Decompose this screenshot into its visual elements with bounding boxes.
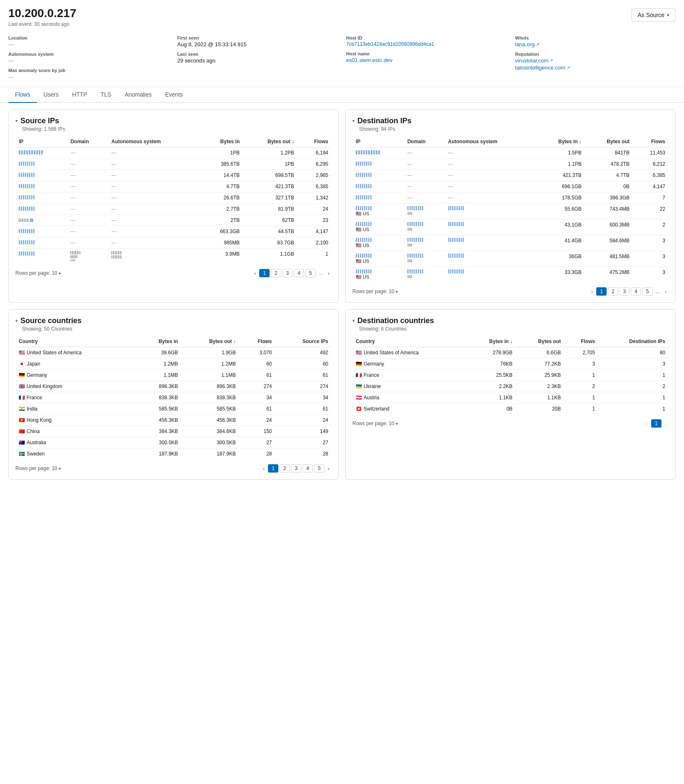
page-btn-5[interactable]: 5 [314, 464, 325, 473]
max-anomaly-label: Max anomaly score by job [8, 68, 169, 73]
source-countries-panel: ▾ Source countries Showing: 50 Countries… [8, 309, 339, 480]
page-btn-5[interactable]: 5 [305, 269, 316, 277]
ips-row: ▾ Source IPs Showing: 1,588 IPs IP Domai… [8, 110, 676, 303]
max-anomaly-value: — [8, 74, 169, 80]
page-btn-4[interactable]: 4 [302, 464, 313, 473]
col-bytes-out: Bytes out [585, 136, 633, 147]
next-page-btn[interactable]: › [326, 269, 332, 277]
table-row: ——421.3TB4.7TB6,385 [352, 170, 669, 181]
table-row: ——1.5PB841TB11,453 [352, 147, 669, 159]
page-btn-2[interactable]: 2 [280, 464, 290, 473]
dest-ips-collapse-icon[interactable]: ▾ [352, 118, 355, 124]
source-ips-collapse-icon[interactable]: ▾ [15, 118, 18, 124]
table-row: 🇫🇷France 838.3KB 838.3KB 34 34 [15, 392, 332, 403]
source-ips-subtitle: Showing: 1,588 IPs [22, 126, 332, 132]
next-page-btn[interactable]: › [663, 420, 669, 428]
col-flows: Flows [633, 136, 669, 147]
tab-tls[interactable]: TLS [94, 87, 118, 103]
next-page-btn[interactable]: › [326, 465, 332, 473]
col-domain: Domain [67, 136, 108, 147]
page-btn-3[interactable]: 3 [291, 464, 302, 473]
table-row: 🇺🇸United States of America 278.9GB 6.6GB… [352, 347, 669, 358]
tab-flows[interactable]: Flows [8, 87, 37, 103]
source-countries-subtitle: Showing: 50 Countries [22, 326, 332, 332]
col-ip: IP [352, 136, 404, 147]
tab-events[interactable]: Events [159, 87, 190, 103]
prev-page-btn[interactable]: ‹ [644, 420, 650, 428]
col-bytes-in[interactable]: Bytes in ↓ [536, 136, 585, 147]
ellipsis: … [317, 270, 325, 276]
first-seen-label: First seen [177, 35, 338, 40]
dest-ips-title: Destination IPs [357, 117, 411, 125]
table-row: ——385.6TB1PB6,295 [15, 159, 332, 170]
col-country: Country [352, 336, 467, 347]
table-row: 🇸🇪Sweden 187.9KB 187.9KB 28 28 [15, 448, 332, 460]
tab-anomalies[interactable]: Anomalies [118, 87, 158, 103]
col-bytes-out[interactable]: Bytes out ↓ [243, 136, 297, 147]
last-event: Last event: 30 seconds ago [8, 21, 77, 27]
ellipsis: … [654, 289, 662, 294]
table-row: 🇺🇸 US 36GB481.5MB3 [352, 251, 669, 267]
tab-http[interactable]: HTTP [65, 87, 94, 103]
table-row: ——26.6TB327.1TB1,342 [15, 192, 332, 204]
rows-per-page[interactable]: Rows per page: 10 ▾ [15, 465, 61, 471]
prev-page-btn[interactable]: ‹ [261, 465, 267, 473]
dest-countries-collapse-icon[interactable]: ▾ [352, 318, 355, 324]
prev-page-btn[interactable]: ‹ [252, 269, 258, 277]
table-row: 🇮🇳India 585.5KB 585.5KB 61 61 [15, 403, 332, 415]
host-name-value[interactable]: es01.siem.estc.dev [346, 57, 507, 63]
col-ip: IP [15, 136, 67, 147]
page-btn-1[interactable]: 1 [259, 269, 270, 277]
next-page-btn[interactable]: › [663, 288, 669, 296]
source-ips-title: Source IPs [20, 117, 59, 125]
page-btn-1[interactable]: 1 [651, 419, 662, 428]
page-btn-3[interactable]: 3 [620, 287, 630, 296]
first-seen-value: Aug 8, 2022 @ 15:33:14.915 [177, 41, 338, 47]
chevron-down-icon: ▾ [396, 421, 398, 426]
table-row: 🇭🇰Hong Kong 456.3KB 456.3KB 24 24 [15, 415, 332, 426]
source-countries-collapse-icon[interactable]: ▾ [15, 318, 18, 324]
table-row: ——14.4TB698.5TB2,965 [15, 170, 332, 181]
page-btn-1[interactable]: 1 [268, 464, 278, 473]
prev-page-btn[interactable]: ‹ [589, 288, 595, 296]
table-row: 🇫🇷France 25.5KB 25.9KB 1 1 [352, 370, 669, 381]
source-ips-table: IP Domain Autonomous system Bytes in Byt… [15, 136, 332, 264]
chevron-down-icon: ▾ [667, 12, 669, 18]
page-title: 10.200.0.217 [8, 7, 77, 20]
meta-section: Location — Autonomous system — Max anoma… [0, 30, 684, 87]
col-domain: Domain [404, 136, 445, 147]
page-btn-2[interactable]: 2 [608, 287, 618, 296]
autonomous-system-value: — [8, 57, 169, 64]
source-dropdown[interactable]: As Source ▾ [631, 8, 676, 22]
reputation-virustotal[interactable]: virustotal.com ↗ , [515, 57, 676, 64]
host-name-label: Host name [346, 51, 507, 56]
table-row: ——1.1PB478.2TB6,212 [352, 159, 669, 170]
chevron-down-icon: ▾ [59, 271, 61, 276]
page-btn-4[interactable]: 4 [294, 269, 304, 277]
external-link-icon: ↗ [536, 42, 539, 47]
whois-value[interactable]: iana.org ↗ [515, 41, 676, 47]
page-btn-3[interactable]: 3 [283, 269, 293, 277]
col-bytes-in[interactable]: Bytes in ↓ [467, 336, 516, 347]
rows-per-page[interactable]: Rows per page: 10 ▾ [352, 289, 398, 294]
source-countries-table: Country Bytes in Bytes out ↓ Flows Sourc… [15, 336, 332, 459]
host-id-value[interactable]: 7cb7113eb1424ac91d20560996dd4ca1 [346, 41, 507, 47]
page-btn-1[interactable]: 1 [596, 287, 607, 296]
reputation-talos[interactable]: talosintelligence.com ↗ [515, 65, 676, 71]
last-seen-label: Last seen [177, 52, 338, 57]
source-countries-title: Source countries [20, 316, 82, 325]
source-ips-panel: ▾ Source IPs Showing: 1,588 IPs IP Domai… [8, 110, 339, 303]
rows-per-page[interactable]: Rows per page: 10 ▾ [352, 421, 398, 426]
table-row: 🇩🇪Germany 1.1MB 1.1MB 61 61 [15, 370, 332, 381]
tabs-bar: Flows Users HTTP TLS Anomalies Events [0, 87, 684, 103]
autonomous-system-label: Autonomous system [8, 52, 169, 57]
table-row: 🇬🇧United Kingdom 896.3KB 896.3KB 274 274 [15, 381, 332, 392]
col-bytes-out[interactable]: Bytes out ↓ [181, 336, 239, 347]
page-btn-2[interactable]: 2 [271, 269, 281, 277]
page-btn-5[interactable]: 5 [642, 287, 653, 296]
rows-per-page[interactable]: Rows per page: 10 ▾ [15, 270, 61, 276]
table-row: 🇺🇦Ukraine 2.2KB 2.3KB 2 2 [352, 381, 669, 392]
tab-users[interactable]: Users [37, 87, 66, 103]
dest-countries-title: Destination countries [357, 316, 434, 325]
page-btn-4[interactable]: 4 [631, 287, 641, 296]
